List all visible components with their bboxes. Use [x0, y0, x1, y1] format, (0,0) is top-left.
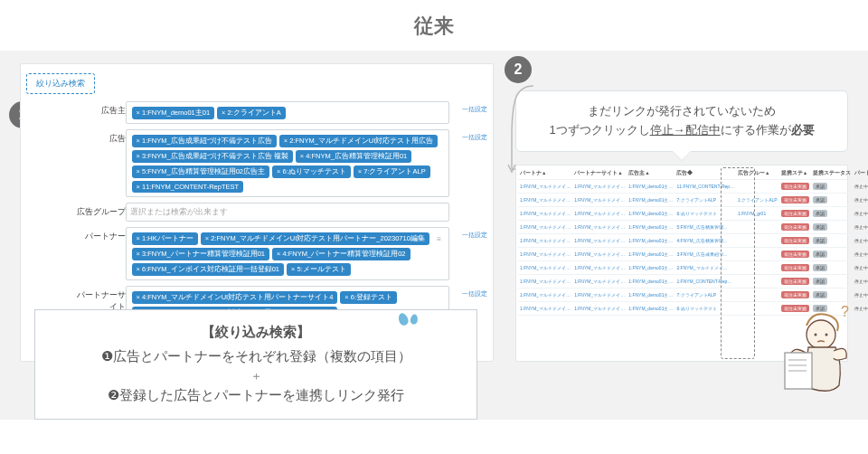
- table-cell[interactable]: 1:FNYM_マルチドメイ…: [572, 302, 627, 316]
- chip[interactable]: 2:FNYM_マルチドメインUI対応テスト用パートナー_20230710編集: [201, 232, 429, 245]
- chip[interactable]: 6:ぬりマッチテスト: [272, 166, 351, 178]
- status-cell[interactable]: 発注未実施: [779, 207, 811, 221]
- table-header[interactable]: 広告グルー▲: [736, 167, 779, 180]
- table-header[interactable]: 提携ステータス: [811, 167, 853, 180]
- chip[interactable]: 4:FNYM_パートナー精算管理検証用02: [272, 248, 410, 260]
- table-header[interactable]: 提携ステ▲: [779, 167, 811, 180]
- table-cell[interactable]: 1:FNYM_マルチドメイ…: [518, 221, 572, 234]
- table-cell[interactable]: 1:FNYM_マルチドメイ…: [572, 207, 627, 221]
- field-ad[interactable]: 1:FNYM_広告成果紐づけ不備テスト広告2:FNYM_マルチドメインUI対応テ…: [126, 129, 449, 197]
- table-cell[interactable]: [736, 221, 779, 234]
- table-cell[interactable]: 1:FNYM_マルチドメイ…: [518, 288, 572, 302]
- table-header[interactable]: 広告主▲: [627, 167, 675, 180]
- table-cell[interactable]: 1:FNYM_マルチドメイ…: [572, 288, 627, 302]
- table-cell[interactable]: 1:FNYM_マルチドメイ…: [518, 180, 572, 194]
- table-cell[interactable]: 1:FNYM_demo01主…: [627, 207, 675, 221]
- table-cell[interactable]: 1:FNYM_マルチドメイ…: [572, 275, 627, 288]
- table-cell[interactable]: 3:FNYM_広告成果紐づ…: [675, 248, 736, 261]
- field-ad-group[interactable]: 選択または検索が出来ます: [126, 203, 449, 222]
- status-cell[interactable]: 承認: [811, 261, 853, 275]
- status-cell[interactable]: 承認: [811, 234, 853, 248]
- bulk-link[interactable]: 一括設定: [449, 129, 487, 142]
- table-cell[interactable]: 1:クライアントALP: [736, 194, 779, 207]
- table-cell[interactable]: 1:FNYM_demo01主…: [627, 194, 675, 207]
- table-cell[interactable]: 1:FNYM_demo01主…: [627, 221, 675, 234]
- status-cell[interactable]: 発注未実施: [779, 221, 811, 234]
- table-header[interactable]: 広告◆: [675, 167, 736, 180]
- status-cell[interactable]: 発注未実施: [779, 180, 811, 194]
- table-cell[interactable]: 1:FNYM_マルチドメイ…: [518, 275, 572, 288]
- table-cell[interactable]: 7:クライアントALP: [675, 194, 736, 207]
- table-cell[interactable]: 6:ぬりマッチテスト: [675, 207, 736, 221]
- table-header[interactable]: パートナーサイト▲: [572, 167, 627, 180]
- chip[interactable]: 6:FNYM_インボイス対応検証用一括登録01: [132, 263, 285, 276]
- chip[interactable]: 5:メールテスト: [287, 263, 351, 276]
- table-cell[interactable]: 1:FNYM_マルチドメイ…: [572, 221, 627, 234]
- field-partner[interactable]: ≡1:HKパートナー2:FNYM_マルチドメインUI対応テスト用パートナー_20…: [126, 227, 449, 280]
- table-cell[interactable]: [736, 261, 779, 275]
- table-cell[interactable]: [736, 288, 779, 302]
- chip[interactable]: 4:FNYM_マルチドメインUI対応テスト用パートナーサイト4: [132, 291, 338, 304]
- table-cell[interactable]: 1:FNYM_マルチドメイ…: [572, 234, 627, 248]
- status-cell[interactable]: 承認: [811, 288, 853, 302]
- table-cell[interactable]: 1:FNYM_demo01主…: [627, 275, 675, 288]
- chip[interactable]: 2:クライアントA: [217, 107, 286, 119]
- table-cell[interactable]: 1:FNYM_マルチドメイ…: [518, 194, 572, 207]
- chip[interactable]: 1:FNYM_広告成果紐づけ不備テスト広告: [132, 135, 277, 147]
- table-cell[interactable]: 1:FNYM_CONTENT-Rep…: [675, 275, 736, 288]
- table-cell[interactable]: [736, 275, 779, 288]
- status-cell[interactable]: 発注未実施: [779, 261, 811, 275]
- table-cell[interactable]: 5:FNYM_広告精算管理…: [675, 221, 736, 234]
- table-cell[interactable]: 1:FNYM_gr01: [736, 207, 779, 221]
- table-cell[interactable]: 1:FNYM_demo01主…: [627, 180, 675, 194]
- table-cell[interactable]: 1:FNYM_マルチドメイ…: [518, 234, 572, 248]
- table-cell[interactable]: 1:FNYM_マルチドメイ…: [572, 180, 627, 194]
- status-cell[interactable]: 発注未実施: [779, 234, 811, 248]
- filter-search-button[interactable]: 絞り込み検索: [26, 73, 95, 94]
- table-cell[interactable]: 7:クライアントALP: [675, 288, 736, 302]
- bulk-link[interactable]: 一括設定: [449, 101, 487, 114]
- table-cell[interactable]: 1:FNYM_マルチドメイ…: [518, 207, 572, 221]
- table-cell[interactable]: 1:FNYM_demo01主…: [627, 248, 675, 261]
- table-cell[interactable]: 1:FNYM_demo01主…: [627, 302, 675, 316]
- status-cell[interactable]: 発注未実施: [779, 248, 811, 261]
- chip[interactable]: 3:FNYM_パートナー精算管理検証用01: [132, 248, 270, 260]
- table-cell[interactable]: [736, 248, 779, 261]
- table-cell[interactable]: 1:FNYM_マルチドメイ…: [518, 248, 572, 261]
- chip[interactable]: 1:FNYM_demo01主01: [132, 107, 215, 119]
- table-cell[interactable]: 4:FNYM_広告精算管理…: [675, 234, 736, 248]
- table-cell[interactable]: 1:FNYM_demo01主…: [627, 288, 675, 302]
- table-cell[interactable]: 1:FNYM_マルチドメイ…: [572, 248, 627, 261]
- chip[interactable]: 11:FNYM_CONTENT-RepTEST: [132, 181, 244, 193]
- status-cell[interactable]: 発注未実施: [779, 275, 811, 288]
- table-cell[interactable]: [736, 180, 779, 194]
- status-cell[interactable]: 承認: [811, 275, 853, 288]
- table-header[interactable]: パートナ▲: [518, 167, 572, 180]
- chip[interactable]: 3:FNYM_広告成果紐づけ不備テスト広告 複製: [132, 150, 293, 163]
- status-cell[interactable]: 承認: [811, 207, 853, 221]
- table-header[interactable]: パートナ: [853, 167, 868, 180]
- table-cell[interactable]: [736, 234, 779, 248]
- status-cell[interactable]: 承認: [811, 221, 853, 234]
- bulk-link[interactable]: 一括設定: [449, 227, 487, 240]
- chip[interactable]: 4:FNYM_広告精算管理検証用01: [296, 150, 412, 163]
- table-cell[interactable]: 1:FNYM_demo01主…: [627, 261, 675, 275]
- table-cell[interactable]: 2:FNYM_マルチドメイ…: [675, 261, 736, 275]
- status-cell[interactable]: 承認: [811, 248, 853, 261]
- status-cell[interactable]: 承認: [811, 194, 853, 207]
- table-cell[interactable]: 6:ぬりマッチテスト: [675, 302, 736, 316]
- table-cell[interactable]: 1:FNYM_マルチドメイ…: [518, 261, 572, 275]
- chip[interactable]: 7:クライアントALP: [354, 166, 430, 178]
- chip[interactable]: 1:HKパートナー: [132, 232, 198, 245]
- chip[interactable]: 6:登録テスト: [340, 291, 397, 304]
- table-cell[interactable]: 1:FNYM_マルチドメイ…: [572, 261, 627, 275]
- table-cell[interactable]: 1:FNYM_マルチドメイ…: [572, 194, 627, 207]
- table-cell[interactable]: 1:FNYM_demo01主…: [627, 234, 675, 248]
- chip[interactable]: 5:FNYM_広告精算管理検証用02広告主: [132, 166, 270, 178]
- chip[interactable]: 2:FNYM_マルチドメインUI対応テスト用広告: [279, 135, 439, 147]
- status-cell[interactable]: 発注未実施: [779, 288, 811, 302]
- table-cell[interactable]: 1:FNYM_マルチドメイ…: [518, 302, 572, 316]
- table-cell[interactable]: 11:FNYM_CONTENT-Rep…: [675, 180, 736, 194]
- field-advertiser[interactable]: 1:FNYM_demo01主012:クライアントA: [126, 101, 449, 124]
- status-cell[interactable]: 承認: [811, 180, 853, 194]
